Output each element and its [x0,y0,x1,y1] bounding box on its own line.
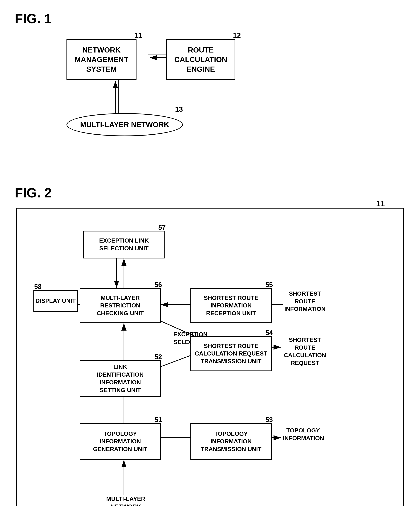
fig2-box52: LINKIDENTIFICATIONINFORMATIONSETTING UNI… [80,360,161,397]
fig2-box55-text: SHORTEST ROUTEINFORMATIONRECEPTION UNIT [204,294,258,317]
fig2-label56: 56 [155,281,162,289]
fig2-text-topology-info: TOPOLOGYINFORMATION [283,427,323,442]
fig2-label52: 52 [155,353,162,361]
fig1-label12: 12 [233,31,241,39]
fig2-box58-text: DISPLAY UNIT [35,297,76,305]
fig2-outer-box: 11 [16,208,404,506]
fig1-rce-box: ROUTECALCULATIONENGINE [166,39,235,80]
fig2-box56-text: MULTI-LAYERRESTRICTIONCHECKING UNIT [97,294,144,317]
fig2-label51: 51 [155,416,162,424]
fig1-label: FIG. 1 [15,11,405,26]
fig1-multilayer-ellipse: MULTI-LAYER NETWORK [66,113,183,136]
fig1-section: FIG. 1 11 [15,11,405,163]
fig2-label: FIG. 2 [15,185,405,200]
fig2-outer-label: 11 [376,199,385,208]
fig2-box53: TOPOLOGYINFORMATIONTRANSMISSION UNIT 53 [190,423,272,460]
fig2-section: FIG. 2 11 [15,185,405,506]
fig2-box52-text: LINKIDENTIFICATIONINFORMATIONSETTING UNI… [97,363,144,394]
fig1-ellipse13: 13 MULTI-LAYER NETWORK [66,113,183,136]
fig2-inner: EXCEPTION LINKSELECTION UNIT 57 MULTI-LA… [32,220,388,506]
fig2-label54: 54 [265,329,273,337]
fig2-label57: 57 [158,223,166,232]
fig2-box51-text: TOPOLOGYINFORMATIONGENERATION UNIT [93,430,148,453]
fig1-box11: 11 NETWORKMANAGEMENTSYSTEM [66,39,136,80]
fig2-box54: SHORTEST ROUTECALCULATION REQUESTTRANSMI… [190,336,272,371]
fig1-label13: 13 [175,105,183,113]
fig1-nms-box: NETWORKMANAGEMENTSYSTEM [66,39,136,80]
fig2-label53: 53 [265,416,273,424]
fig2-text-shortest-route-info: SHORTESTROUTEINFORMATION [283,290,327,313]
fig2-box53-text: TOPOLOGYINFORMATIONTRANSMISSION UNIT [201,430,262,453]
fig2-box54-text: SHORTEST ROUTECALCULATION REQUESTTRANSMI… [195,342,267,365]
fig2-box57-text: EXCEPTION LINKSELECTION UNIT [99,237,149,252]
fig1-label11: 11 [134,31,142,39]
fig2-text-shortest-route-calc-req: SHORTESTROUTECALCULATIONREQUEST [283,336,327,367]
fig2-label58: 58 [34,282,42,291]
fig2-box51: TOPOLOGYINFORMATIONGENERATION UNIT 51 [80,423,161,460]
fig2-box56: MULTI-LAYERRESTRICTIONCHECKING UNIT 56 [80,288,161,323]
fig1-diagram: 11 NETWORKMANAGEMENTSYSTEM 12 ROUTECALCU… [15,34,405,163]
fig2-box58: DISPLAY UNIT 58 [33,290,78,312]
fig2-label55: 55 [265,281,273,289]
fig1-box12: 12 ROUTECALCULATIONENGINE [166,39,235,80]
fig2-box55: SHORTEST ROUTEINFORMATIONRECEPTION UNIT … [190,288,272,323]
fig2-text-multilayer-network: MULTI-LAYER NETWORK [94,495,157,506]
fig2-box57: EXCEPTION LINKSELECTION UNIT 57 [83,231,165,259]
